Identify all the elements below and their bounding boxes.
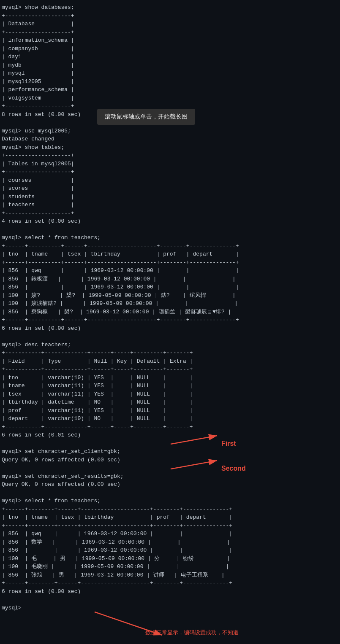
desc-tbirthday: | tbirthday | datetime | NO | | NULL | | xyxy=(2,398,338,407)
db-header: | Database | xyxy=(2,20,338,28)
teachers-header1: | tno | tname | tsex | tbirthday | prof … xyxy=(2,250,338,259)
t2-row-4: | 100 | 毛 | 男 | 1999-05-09 00:00:00 | 分 … xyxy=(2,555,338,563)
tbl-row-students: | students | xyxy=(2,193,338,201)
tooltip-text: 滚动鼠标轴或单击，开始截长图 xyxy=(105,113,188,120)
sep8: +------+----------+------+--------------… xyxy=(2,259,338,267)
db-row-4: | mydb | xyxy=(2,61,338,70)
db-row-1: | information_schema | xyxy=(2,36,338,45)
db-row-6: | mysql12005 | xyxy=(2,78,338,86)
tbl-row-scores: | scores | xyxy=(2,184,338,193)
sep4: +--------------------+ xyxy=(2,151,338,160)
desc-header: | Field | Type | Null | Key | Default | … xyxy=(2,357,338,366)
terminal: mysql> show databases; +----------------… xyxy=(0,0,340,644)
blank2 xyxy=(2,226,338,234)
tbl-row-teachers: | teachers | xyxy=(2,201,338,209)
t2-row-1: | 856 | qwq | | 1969-03-12 00:00:00 | | … xyxy=(2,530,338,538)
t-row-3: | 856 | | | 1969-03-12 00:00:00 | | | xyxy=(2,283,338,291)
desc-tno: | tno | varchar(10) | YES | | NULL | | xyxy=(2,374,338,382)
db-row-8: | volgsystem | xyxy=(2,94,338,102)
rows-4: 4 rows in set (0.00 sec) xyxy=(2,217,338,226)
cmd-use: mysql> use mysql2005; xyxy=(2,127,338,135)
sep9: +------+----------+------+--------------… xyxy=(2,316,338,324)
sep1: +--------------------+ xyxy=(2,12,338,20)
sep15: +------+--------+------+----------------… xyxy=(2,579,338,587)
sep11: +-----------+-------------+------+-----+… xyxy=(2,365,338,374)
rows-6-0: 6 rows in set (0.00 sec) xyxy=(2,324,338,333)
bottom-note: 数据正常显示，编码设置成功，不知道 xyxy=(145,629,239,636)
svg-line-1 xyxy=(171,436,217,444)
t2-row-6: | 856 | 张旭 | 男 | 1969-03-12 00:00:00 | 讲… xyxy=(2,571,338,579)
arrow-first xyxy=(162,431,230,453)
db-row-2: | companydb | xyxy=(2,45,338,53)
t-row-5: | 100 | 姣涙楠錶? | | 1999-05-09 00:00:00 | … xyxy=(2,299,338,308)
teachers-header2: | tno | tname | tsex | tbirthday | prof … xyxy=(2,513,338,522)
t2-row-5: | 100 | 毛晓刚 | | 1999-05-09 00:00:00 | | … xyxy=(2,563,338,571)
cmd-show-tables: mysql> show tables; xyxy=(2,143,338,152)
desc-tsex: | tsex | varchar(11) | YES | | NULL | | xyxy=(2,390,338,399)
arrow-bottom xyxy=(86,608,179,641)
tbl-row-courses: | courses | xyxy=(2,176,338,185)
t-row-2: | 856 | 錶板渡 | | 1969-03-12 00:00:00 | | … xyxy=(2,275,338,283)
arrow-second xyxy=(162,456,230,477)
blank7 xyxy=(2,595,338,604)
t-row-1: | 856 | qwq | | 1969-03-12 00:00:00 | | … xyxy=(2,267,338,275)
sep2: +--------------------+ xyxy=(2,28,338,37)
cmd-desc-teachers: mysql> desc teachers; xyxy=(2,341,338,349)
sep10: +-----------+-------------+------+-----+… xyxy=(2,349,338,357)
sep12: +-----------+-------------+------+-----+… xyxy=(2,423,338,431)
t2-row-3: | 856 | | | 1969-03-12 00:00:00 | | | xyxy=(2,546,338,555)
svg-line-3 xyxy=(171,461,217,469)
t-row-6: | 856 | 寮狗槺 | 槼? | 1969-03-12 00:00:00 |… xyxy=(2,308,338,316)
tables-header: | Tables_in_mysql2005| xyxy=(2,160,338,168)
desc-prof: | prof | varchar(11) | YES | | NULL | | xyxy=(2,407,338,415)
query-ok2: Query OK, 0 rows affected (0.00 sec) xyxy=(2,480,338,489)
blank3 xyxy=(2,332,338,341)
sep13: +------+--------+------+----------------… xyxy=(2,505,338,514)
sep5: +--------------------+ xyxy=(2,168,338,176)
cmd-show-databases: mysql> show databases; xyxy=(2,3,338,12)
sep6: +--------------------+ xyxy=(2,209,338,218)
t-row-4: | 100 | 姣? | 槼? | 1999-05-09 00:00:00 | … xyxy=(2,291,338,300)
db-row-5: | mysql | xyxy=(2,69,338,78)
sep7: +------+----------+------+--------------… xyxy=(2,242,338,251)
db-changed: Database changed xyxy=(2,135,338,143)
rows-6-2: 6 rows in set (0.00 sec) xyxy=(2,587,338,596)
t2-row-2: | 856 | 数学 | | 1969-03-12 00:00:00 | | | xyxy=(2,538,338,547)
desc-tname: | tname | varchar(11) | YES | | NULL | | xyxy=(2,382,338,390)
cmd-select-teachers2: mysql> select * from teachers; xyxy=(2,497,338,505)
db-row-3: | day1 | xyxy=(2,53,338,61)
cmd-select-teachers1: mysql> select * from teachers; xyxy=(2,234,338,242)
db-row-7: | performance_schema | xyxy=(2,86,338,94)
desc-depart: | depart | varchar(10) | NO | | NULL | | xyxy=(2,415,338,423)
tooltip-box: 滚动鼠标轴或单击，开始截长图 xyxy=(97,109,195,125)
blank6 xyxy=(2,489,338,497)
sep14: +------+--------+------+----------------… xyxy=(2,522,338,530)
